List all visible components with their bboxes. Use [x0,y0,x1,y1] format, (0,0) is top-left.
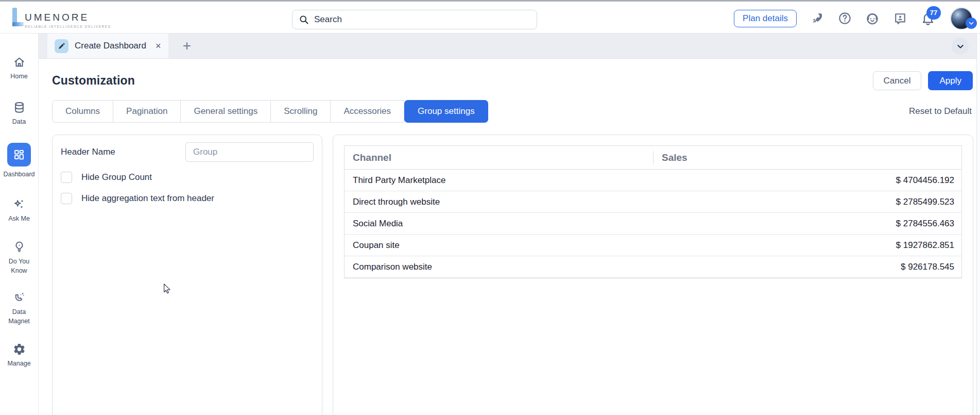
sidebar-label: Home [9,72,28,81]
reset-to-default-link[interactable]: Reset to Default [909,106,972,117]
add-tab-button[interactable]: + [176,34,198,58]
mouse-cursor [162,283,173,295]
close-tab-button[interactable]: × [156,41,161,51]
sidebar-item-home[interactable]: Home [0,55,38,81]
header-name-label: Header Name [61,147,115,157]
checkbox-label: Hide aggregation text from header [81,193,214,204]
search-input[interactable] [314,14,530,25]
table-row[interactable]: Comparison website $ 926178.545 [345,256,961,278]
table-row[interactable]: Direct through website $ 2785499.523 [345,191,961,213]
channel-cell: Social Media [345,219,653,229]
hide-group-count-checkbox[interactable] [61,172,72,183]
avatar-chevron-down-icon[interactable] [966,18,977,29]
sidebar-label: Dashboard [2,170,36,179]
user-menu[interactable] [950,7,973,30]
main-content: Customization Cancel Apply Columns Pagin… [39,59,980,415]
table-row[interactable]: Social Media $ 2784556.463 [345,213,961,235]
rocket-icon [810,12,823,25]
apply-button[interactable]: Apply [928,71,973,90]
database-icon [12,101,26,114]
table-row[interactable]: Coupan site $ 1927862.851 [345,235,961,256]
sales-cell: $ 2784556.463 [653,219,961,229]
lumenore-logo[interactable]: UMENORE RELIABLE INTELLIGENCE DELIVERED [10,8,111,28]
tab-pagination[interactable]: Pagination [113,100,181,123]
lightbulb-icon [12,240,26,254]
tab-general-settings[interactable]: General settings [181,100,271,123]
option-hide-group-count[interactable]: Hide Group Count [53,172,322,183]
page-header: Customization Cancel Apply [39,59,980,90]
window-scrollbar-track[interactable] [976,3,980,415]
sidebar-item-ask-me[interactable]: Ask Me [0,197,38,223]
sales-cell: $ 4704456.192 [653,175,961,186]
sidebar-label: Data [11,117,27,126]
cancel-button[interactable]: Cancel [873,71,922,90]
whats-new-button[interactable] [809,11,824,26]
plan-details-button[interactable]: Plan details [734,10,797,27]
logo-l-icon [10,8,22,27]
channel-cell: Comparison website [345,262,653,272]
column-header-sales[interactable]: Sales [653,151,961,164]
settings-tabs: Columns Pagination General settings Scro… [52,100,488,123]
brand-tagline: RELIABLE INTELLIGENCE DELIVERED [25,25,111,28]
feedback-button[interactable] [892,11,908,26]
channel-cell: Third Party Marketplace [345,175,653,186]
page-title: Customization [52,74,135,88]
sidebar-label: Manage [6,359,31,368]
hide-aggregation-text-checkbox[interactable] [61,193,72,204]
help-button[interactable] [837,11,852,26]
sales-cell: $ 926178.545 [653,262,961,272]
topbar-actions: Plan details [734,3,973,34]
checkbox-label: Hide Group Count [81,172,152,182]
brand-name: UMENORE [25,12,111,23]
sidebar-label: Do You Know [0,257,38,275]
option-hide-aggregation-text[interactable]: Hide aggregation text from header [53,193,322,204]
group-preview-panel: Channel Sales Third Party Marketplace $ … [333,135,973,415]
home-icon [12,55,26,69]
tab-create-dashboard[interactable]: Create Dashboard × [47,34,168,58]
table-row[interactable]: Third Party Marketplace $ 4704456.192 [345,170,961,191]
magnet-icon [12,291,26,304]
notifications-button[interactable]: 77 [920,11,936,26]
dashboard-grid-icon [13,148,25,161]
app-window: UMENORE RELIABLE INTELLIGENCE DELIVERED … [0,0,980,415]
pencil-icon [55,39,68,53]
sparkles-icon [12,197,26,211]
tab-accessories[interactable]: Accessories [331,100,404,123]
sidebar-label: Data Magnet [0,307,38,326]
sales-cell: $ 1927862.851 [653,240,961,251]
sidebar-label: Ask Me [7,214,31,223]
settings-tabs-row: Columns Pagination General settings Scro… [39,100,980,123]
document-tab-strip: Create Dashboard × + [39,34,980,59]
tab-group-settings[interactable]: Group settings [404,100,488,123]
gear-icon [12,342,26,356]
channel-cell: Coupan site [345,240,653,251]
sidebar-item-data-magnet[interactable]: Data Magnet [0,291,38,326]
doc-tab-title: Create Dashboard [75,41,146,51]
search-icon [299,14,309,25]
top-bar: UMENORE RELIABLE INTELLIGENCE DELIVERED … [0,3,980,34]
sidebar-item-dashboard[interactable]: Dashboard [0,143,38,179]
content-panels: Header Name Hide Group Count Hide aggreg… [52,135,973,415]
support-button[interactable] [865,11,880,26]
sidebar-item-manage[interactable]: Manage [0,342,38,368]
sidebar-item-data[interactable]: Data [0,101,38,126]
group-settings-panel: Header Name Hide Group Count Hide aggreg… [52,135,322,415]
tabstrip-chevron-down-icon[interactable] [952,38,969,55]
column-header-channel[interactable]: Channel [345,152,653,163]
feedback-icon [893,11,907,26]
notification-count-badge: 77 [926,6,941,20]
sidebar-nav: Home Data Dashboard [0,34,39,415]
dashboard-active-tile [7,143,31,167]
global-search[interactable] [292,10,537,29]
sales-cell: $ 2785499.523 [653,197,961,207]
header-name-input[interactable] [185,142,314,162]
tab-scrolling[interactable]: Scrolling [271,100,331,123]
headset-support-icon [865,11,880,26]
help-icon [838,11,852,25]
table-header-row: Channel Sales [345,146,961,170]
channel-cell: Direct through website [345,197,653,207]
sidebar-item-do-you-know[interactable]: Do You Know [0,240,38,275]
tab-columns[interactable]: Columns [52,100,113,123]
group-preview-table: Channel Sales Third Party Marketplace $ … [344,145,962,278]
